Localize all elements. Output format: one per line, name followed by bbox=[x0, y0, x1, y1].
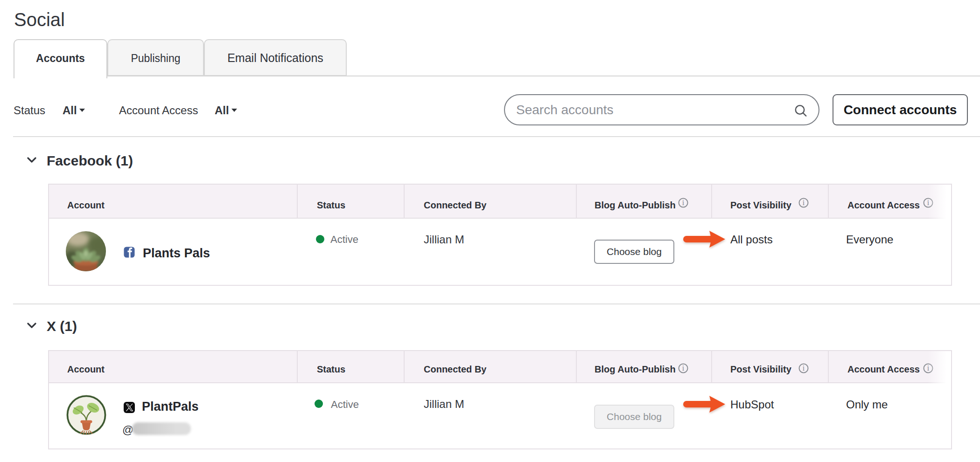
svg-text:i: i bbox=[682, 199, 685, 207]
svg-text:i: i bbox=[682, 364, 685, 372]
svg-text:i: i bbox=[803, 199, 805, 207]
svg-text:i: i bbox=[803, 364, 805, 372]
